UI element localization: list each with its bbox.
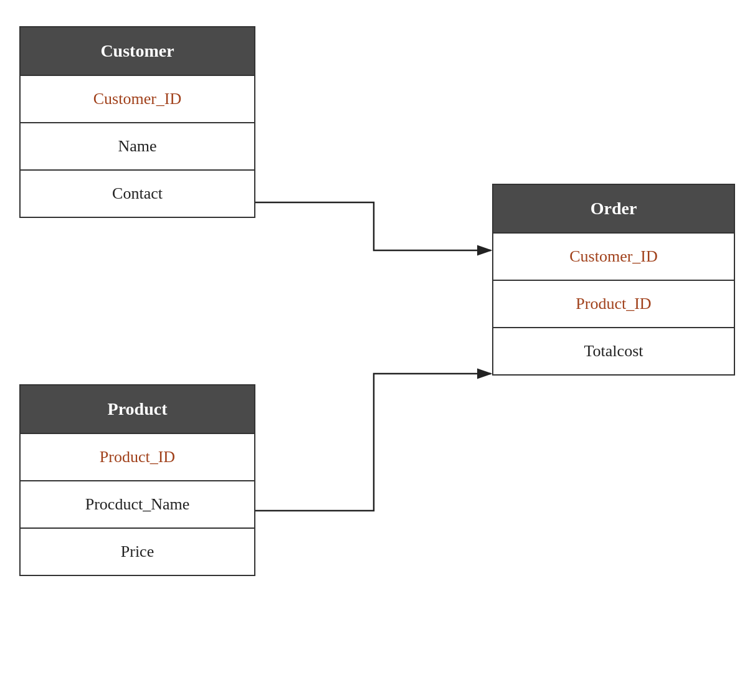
- connector-customer-to-order: [255, 202, 491, 250]
- order-field-totalcost: Totalcost: [493, 327, 734, 374]
- order-table-header: Order: [493, 185, 734, 232]
- connector-product-to-order: [255, 374, 491, 511]
- order-table: Order Customer_ID Product_ID Totalcost: [492, 184, 735, 376]
- product-field-product-name: Procduct_Name: [21, 480, 254, 527]
- order-field-product-id: Product_ID: [493, 280, 734, 327]
- customer-table-header: Customer: [21, 27, 254, 75]
- customer-field-name: Name: [21, 122, 254, 169]
- product-table-header: Product: [21, 385, 254, 433]
- customer-field-customer-id: Customer_ID: [21, 75, 254, 122]
- customer-field-contact: Contact: [21, 169, 254, 217]
- product-field-product-id: Product_ID: [21, 433, 254, 480]
- product-field-price: Price: [21, 527, 254, 575]
- product-table: Product Product_ID Procduct_Name Price: [19, 384, 255, 576]
- order-field-customer-id: Customer_ID: [493, 232, 734, 280]
- customer-table: Customer Customer_ID Name Contact: [19, 26, 255, 218]
